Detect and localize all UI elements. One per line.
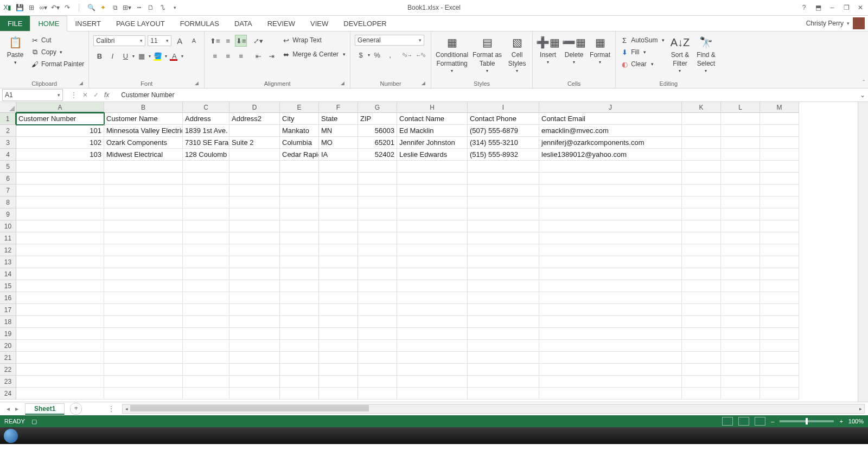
- undo-icon[interactable]: ↶▾: [51, 3, 60, 12]
- column-header[interactable]: C: [183, 102, 229, 113]
- tab-developer[interactable]: DEVELOPER: [336, 16, 394, 31]
- cell[interactable]: [229, 340, 280, 352]
- cell[interactable]: [104, 304, 183, 316]
- cell[interactable]: [468, 304, 539, 316]
- cell[interactable]: Jennifer Johnston: [397, 137, 468, 149]
- user-area[interactable]: Christy Perry ▾: [806, 16, 868, 31]
- cell[interactable]: [319, 220, 358, 232]
- cell[interactable]: [183, 244, 229, 256]
- row-header[interactable]: 13: [0, 256, 16, 268]
- align-right-icon[interactable]: ≡: [235, 50, 247, 62]
- cell[interactable]: [468, 208, 539, 220]
- cell[interactable]: Midwest Electrical: [104, 149, 183, 161]
- row-header[interactable]: 10: [0, 220, 16, 232]
- page-break-view-icon[interactable]: [755, 417, 765, 426]
- cell[interactable]: [16, 197, 104, 208]
- cell[interactable]: [682, 161, 721, 173]
- redo-icon[interactable]: ↷: [63, 3, 72, 12]
- align-left-icon[interactable]: ≡: [209, 50, 221, 62]
- cell[interactable]: [760, 137, 799, 149]
- cell[interactable]: Contact Phone: [468, 113, 539, 125]
- cell[interactable]: Contact Email: [539, 113, 682, 125]
- cell[interactable]: [721, 304, 760, 316]
- cell[interactable]: [468, 185, 539, 197]
- cell[interactable]: [539, 220, 682, 232]
- tab-review[interactable]: REVIEW: [260, 16, 303, 31]
- fill-button[interactable]: ⬇Fill▾: [620, 47, 665, 58]
- cell[interactable]: Address2: [229, 113, 280, 125]
- cell[interactable]: [229, 197, 280, 208]
- cell[interactable]: [721, 173, 760, 185]
- cell[interactable]: [16, 268, 104, 280]
- tab-split-icon[interactable]: ⋮: [104, 405, 119, 413]
- cell[interactable]: ZIP: [358, 113, 397, 125]
- cell[interactable]: [229, 316, 280, 328]
- cell[interactable]: [16, 220, 104, 232]
- cell[interactable]: [682, 328, 721, 340]
- dialog-launcher-icon[interactable]: ◢: [78, 80, 84, 87]
- column-header[interactable]: K: [682, 102, 721, 113]
- comma-format-icon[interactable]: ,: [384, 49, 396, 61]
- cell[interactable]: [397, 352, 468, 364]
- cell[interactable]: [104, 268, 183, 280]
- cell[interactable]: [397, 161, 468, 173]
- cell[interactable]: [760, 352, 799, 364]
- cell[interactable]: [760, 340, 799, 352]
- cell[interactable]: [760, 292, 799, 304]
- cell[interactable]: [358, 256, 397, 268]
- cell[interactable]: [760, 328, 799, 340]
- cell[interactable]: [280, 268, 319, 280]
- cell[interactable]: [539, 316, 682, 328]
- tab-view[interactable]: VIEW: [303, 16, 336, 31]
- save-icon[interactable]: 💾: [15, 3, 24, 12]
- cell[interactable]: 102: [16, 137, 104, 149]
- cell[interactable]: IA: [319, 149, 358, 161]
- cell[interactable]: [280, 197, 319, 208]
- cell[interactable]: [104, 328, 183, 340]
- cell[interactable]: [397, 173, 468, 185]
- clear-button[interactable]: ◐Clear▾: [620, 59, 665, 69]
- cell[interactable]: [760, 208, 799, 220]
- row-header[interactable]: 23: [0, 376, 16, 388]
- cell[interactable]: Ozark Components: [104, 137, 183, 149]
- cell[interactable]: [682, 137, 721, 149]
- accounting-format-icon[interactable]: $: [355, 49, 367, 61]
- cell[interactable]: 128 Coulomb Blvd.: [183, 149, 229, 161]
- column-header[interactable]: L: [721, 102, 760, 113]
- cell[interactable]: [539, 352, 682, 364]
- cell[interactable]: [539, 328, 682, 340]
- cell[interactable]: [721, 268, 760, 280]
- cell[interactable]: [358, 340, 397, 352]
- cell[interactable]: [682, 268, 721, 280]
- cell[interactable]: [682, 244, 721, 256]
- cell[interactable]: [183, 268, 229, 280]
- cell[interactable]: MN: [319, 125, 358, 137]
- cell[interactable]: [16, 173, 104, 185]
- cell[interactable]: [682, 388, 721, 400]
- increase-decimal-icon[interactable]: ⁰₀→: [401, 49, 413, 61]
- cell[interactable]: [280, 161, 319, 173]
- row-header[interactable]: 18: [0, 316, 16, 328]
- cell[interactable]: [319, 292, 358, 304]
- cell[interactable]: [229, 232, 280, 244]
- qat-icon[interactable]: ✦: [99, 3, 107, 12]
- column-header[interactable]: A: [16, 102, 104, 113]
- cell[interactable]: 65201: [358, 137, 397, 149]
- cell[interactable]: [358, 185, 397, 197]
- cell[interactable]: [183, 328, 229, 340]
- cell[interactable]: [280, 292, 319, 304]
- format-cells-button[interactable]: ▦Format▾: [589, 35, 611, 65]
- cell[interactable]: [280, 364, 319, 376]
- cell[interactable]: [468, 161, 539, 173]
- cell-styles-button[interactable]: ▧CellStyles▾: [506, 35, 528, 73]
- bold-button[interactable]: B: [93, 50, 105, 62]
- tab-scroll-right-icon[interactable]: ▸: [15, 405, 18, 413]
- cell[interactable]: [104, 376, 183, 388]
- ribbon-display-icon[interactable]: ⬒: [814, 3, 822, 12]
- cell[interactable]: (314) 555-3210: [468, 137, 539, 149]
- cell[interactable]: State: [319, 113, 358, 125]
- sort-filter-button[interactable]: A↓ZSort &Filter▾: [669, 35, 691, 73]
- cell[interactable]: [280, 340, 319, 352]
- cell[interactable]: [682, 376, 721, 388]
- cell[interactable]: [397, 220, 468, 232]
